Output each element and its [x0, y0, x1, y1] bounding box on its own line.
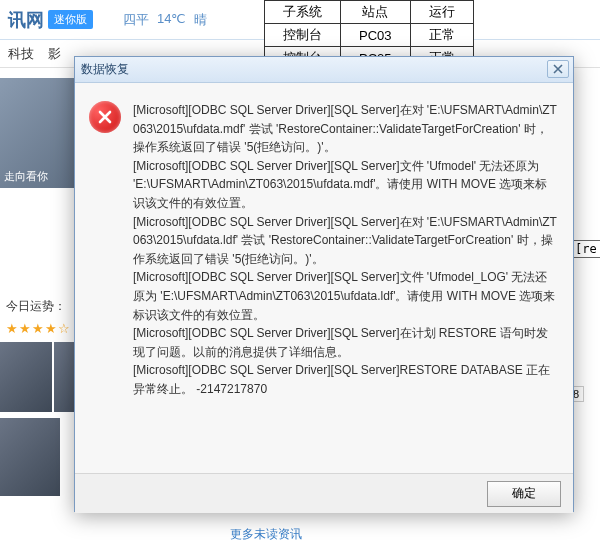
close-button[interactable]	[547, 60, 569, 78]
weather-city: 四平	[123, 11, 149, 29]
dialog-message: [Microsoft][ODBC SQL Server Driver][SQL …	[133, 101, 559, 463]
close-icon	[553, 64, 563, 74]
col-status: 运行	[410, 1, 473, 24]
fortune-block: 今日运势： ★★★★☆	[6, 298, 71, 336]
table-header-row: 子系统 站点 运行	[265, 1, 474, 24]
dialog-footer: 确定	[75, 473, 573, 513]
weather-temp: 14℃	[157, 11, 186, 29]
col-subsystem: 子系统	[265, 1, 341, 24]
fortune-stars: ★★★★☆	[6, 321, 71, 336]
thumb-image-lower[interactable]	[0, 418, 60, 496]
table-row[interactable]: 控制台PC03正常	[265, 24, 474, 47]
logo-text: 讯网	[8, 8, 44, 32]
fortune-label: 今日运势：	[6, 298, 71, 315]
nav-item-tech[interactable]: 科技	[8, 45, 34, 63]
weather-widget[interactable]: 四平 14℃ 晴	[123, 11, 207, 29]
nav-item-movie[interactable]: 影	[48, 45, 61, 63]
dialog-titlebar[interactable]: 数据恢复	[75, 57, 573, 83]
error-dialog: 数据恢复 [Microsoft][ODBC SQL Server Driver]…	[74, 56, 574, 512]
col-site: 站点	[341, 1, 411, 24]
promo-caption: 走向看你	[4, 169, 48, 184]
thumb-image[interactable]	[0, 342, 52, 412]
edition-badge: 迷你版	[48, 10, 93, 29]
more-news-link[interactable]: 更多未读资讯	[230, 526, 302, 540]
ok-button[interactable]: 确定	[487, 481, 561, 507]
weather-cond: 晴	[194, 11, 207, 29]
dialog-title: 数据恢复	[81, 61, 129, 78]
error-icon	[89, 101, 121, 133]
